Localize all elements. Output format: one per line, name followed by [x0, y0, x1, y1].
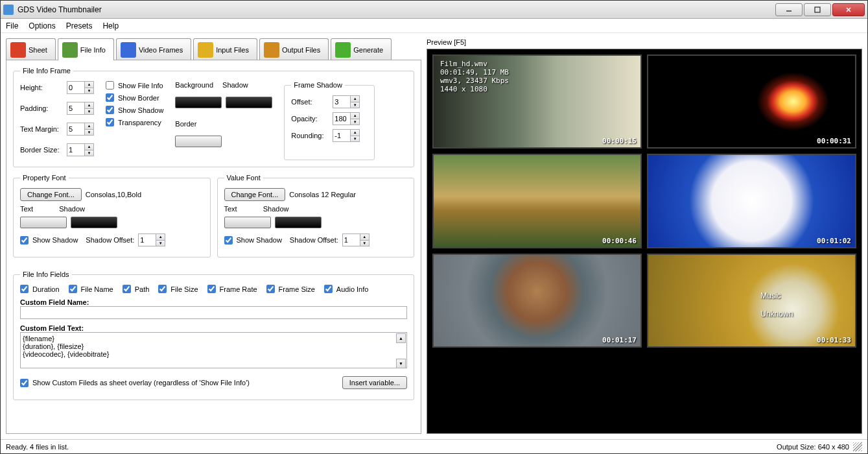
- show-fileinfo-check[interactable]: [106, 81, 114, 90]
- fs-rounding-spinner[interactable]: ▲▼: [333, 129, 360, 142]
- tab-video-frames[interactable]: Video Frames: [116, 38, 191, 60]
- field-check-file-name[interactable]: [69, 285, 77, 293]
- vfont-off-spinner[interactable]: ▲▼: [342, 233, 369, 246]
- field-check-frame-size[interactable]: [266, 285, 275, 293]
- bg-colorswatch[interactable]: [175, 97, 222, 108]
- maximize-button[interactable]: [804, 3, 831, 16]
- fs-offset-input[interactable]: [333, 96, 350, 108]
- window: GDS Video Thumbnailer File Options Prese…: [0, 0, 868, 454]
- svg-rect-1: [815, 7, 820, 12]
- minimize-button[interactable]: [775, 3, 803, 16]
- custom-name-input[interactable]: [20, 306, 407, 319]
- status-right: Output Size: 640 x 480: [777, 443, 849, 451]
- pfont-off-spinner[interactable]: ▲▼: [138, 233, 165, 246]
- menu-help[interactable]: Help: [102, 21, 119, 30]
- preview-thumb[interactable]: 00:01:33Music Unknown: [647, 254, 856, 348]
- fs-rounding-input[interactable]: [333, 130, 350, 141]
- tab-file-info[interactable]: File Info: [58, 38, 114, 60]
- fs-offset-spinner[interactable]: ▲▼: [333, 95, 360, 108]
- field-label: Frame Size: [279, 285, 315, 293]
- pfont-off-input[interactable]: [139, 234, 156, 246]
- sh-colorswatch[interactable]: [226, 97, 272, 108]
- overlay-label: Show Custom Fileds as sheet overlay (reg…: [32, 379, 250, 387]
- menubar: File Options Presets Help: [1, 19, 867, 33]
- tab-label: Output Files: [282, 46, 320, 54]
- field-check-audio-info[interactable]: [324, 285, 333, 293]
- pfont-text-swatch[interactable]: [20, 217, 67, 228]
- margin-spinner[interactable]: ▲▼: [67, 123, 94, 136]
- bg-label: Background: [175, 81, 213, 89]
- scroll-up-icon[interactable]: ▲: [396, 333, 406, 343]
- tab-icon: [62, 42, 78, 58]
- vfont-shadow-label: Shadow: [263, 205, 289, 213]
- tab-icon: [198, 42, 213, 58]
- field-check-frame-rate[interactable]: [207, 285, 216, 293]
- field-check-file-size[interactable]: [158, 285, 167, 293]
- pfont-shadow-check[interactable]: [20, 236, 29, 245]
- menu-presets[interactable]: Presets: [66, 21, 93, 30]
- tab-sheet[interactable]: Sheet: [6, 38, 56, 60]
- vfont-legend: Value Font: [224, 174, 263, 182]
- pfont-shadow-swatch[interactable]: [71, 217, 117, 228]
- menu-options[interactable]: Options: [29, 21, 55, 30]
- padding-spinner[interactable]: ▲▼: [67, 102, 94, 115]
- insert-variable-button[interactable]: Insert variable...: [342, 376, 407, 389]
- vfont-shadow-swatch[interactable]: [275, 217, 322, 228]
- close-button[interactable]: [832, 3, 865, 16]
- thumb-info-overlay: Film_hd.wmv 00:01:49, 117 MB wmv3, 23437…: [440, 60, 509, 93]
- field-check-path[interactable]: [123, 285, 131, 293]
- field-label: Path: [135, 285, 150, 293]
- custom-text-input[interactable]: [20, 332, 407, 368]
- statusbar: Ready. 4 files in list. Output Size: 640…: [1, 439, 867, 453]
- padding-input[interactable]: [67, 102, 84, 114]
- vfont-shadow-check[interactable]: [224, 236, 233, 245]
- height-input[interactable]: [67, 82, 84, 93]
- vfont-text-swatch[interactable]: [224, 217, 271, 228]
- border-input[interactable]: [67, 144, 84, 156]
- border-label: Border Size:: [20, 146, 63, 154]
- preview-thumb[interactable]: 00:01:17: [432, 254, 642, 348]
- tab-icon: [10, 42, 26, 58]
- preview-thumb[interactable]: 00:00:31: [647, 54, 856, 149]
- fs-legend: Frame Shadow: [291, 81, 345, 89]
- thumb-timestamp: 00:01:17: [602, 336, 637, 344]
- titlebar[interactable]: GDS Video Thumbnailer: [1, 1, 867, 19]
- preview-thumb[interactable]: 00:00:15Film_hd.wmv 00:01:49, 117 MB wmv…: [432, 54, 642, 149]
- pfont-shadow-label: Shadow: [59, 205, 85, 213]
- menu-file[interactable]: File: [6, 21, 18, 30]
- status-left: Ready. 4 files in list.: [6, 443, 69, 451]
- show-shadow-check[interactable]: [106, 106, 114, 114]
- tab-generate[interactable]: Generate: [331, 38, 392, 60]
- fs-offset-label: Offset:: [291, 98, 329, 106]
- resize-grip-icon[interactable]: [853, 442, 862, 451]
- bd-label: Border: [175, 120, 196, 128]
- height-spinner[interactable]: ▲▼: [67, 81, 94, 94]
- border-spinner[interactable]: ▲▼: [67, 143, 94, 156]
- show-border-check[interactable]: [106, 93, 114, 102]
- field-label: File Size: [170, 285, 198, 293]
- fs-opacity-input[interactable]: [333, 113, 350, 125]
- field-check-duration[interactable]: [20, 285, 29, 293]
- bd-colorswatch[interactable]: [175, 136, 222, 147]
- field-label: File Name: [81, 285, 113, 293]
- tab-input-files[interactable]: Input Files: [193, 38, 257, 60]
- preview-thumb[interactable]: 00:00:46: [432, 154, 642, 248]
- fields-legend: File Info Fields: [20, 270, 72, 278]
- scroll-down-icon[interactable]: ▼: [396, 359, 406, 368]
- fs-opacity-spinner[interactable]: ▲▼: [333, 112, 360, 125]
- transparency-check[interactable]: [106, 118, 114, 126]
- tab-output-files[interactable]: Output Files: [259, 38, 329, 60]
- pfont-change-button[interactable]: Change Font...: [20, 188, 82, 201]
- sh-label: Shadow: [222, 81, 248, 89]
- vfont-off-input[interactable]: [343, 234, 360, 246]
- overlay-check[interactable]: [20, 379, 29, 387]
- tab-icon: [121, 42, 136, 58]
- tab-label: Video Frames: [139, 46, 183, 54]
- vfont-text-label: Text: [224, 205, 237, 213]
- value-font-group: Value Font Change Font...Consolas 12 Reg…: [217, 174, 415, 257]
- preview-thumb[interactable]: 00:01:02: [647, 154, 856, 248]
- margin-input[interactable]: [67, 123, 84, 135]
- show-border-label: Show Border: [118, 94, 159, 102]
- vfont-change-button[interactable]: Change Font...: [224, 188, 286, 201]
- fs-rounding-label: Rounding:: [291, 132, 329, 139]
